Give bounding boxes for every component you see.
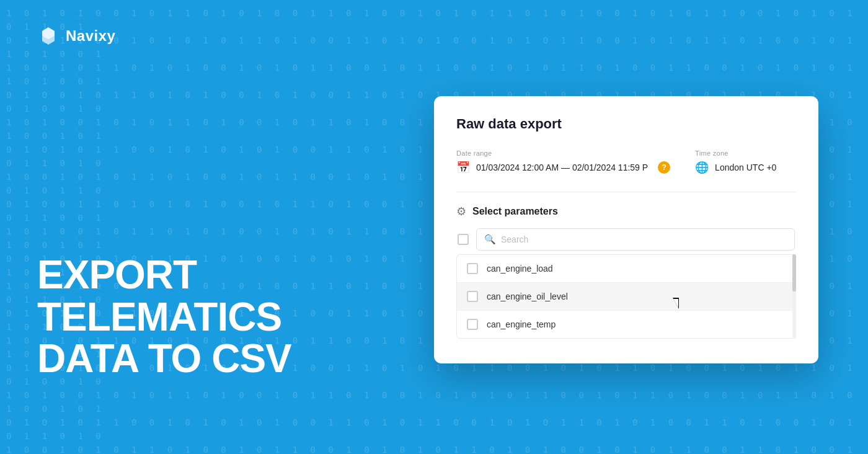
modal-title: Raw data export bbox=[456, 116, 796, 132]
left-panel: Navixy EXPORT TELEMATICS DATA TO CSV bbox=[0, 0, 409, 454]
divider bbox=[456, 192, 796, 192]
main-background: 1 0 1 0 1 0 0 1 0 1 1 0 1 0 1 0 0 1 1 0 … bbox=[0, 0, 868, 454]
search-box[interactable]: 🔍 Search bbox=[476, 228, 795, 251]
param-checkbox-1[interactable] bbox=[467, 291, 478, 302]
headline: EXPORT TELEMATICS DATA TO CSV bbox=[37, 254, 372, 380]
date-range-value: 01/03/2024 12:00 AM — 02/01/2024 11:59 P bbox=[476, 162, 648, 172]
help-icon[interactable]: ? bbox=[658, 161, 670, 174]
calendar-icon: 📅 bbox=[456, 161, 470, 174]
headline-line3: DATA TO CSV bbox=[37, 338, 372, 380]
headline-line1: EXPORT bbox=[37, 254, 372, 296]
timezone-value-row: 🌐 London UTC +0 bbox=[695, 161, 776, 174]
date-range-group: Date range 📅 01/03/2024 12:00 AM — 02/01… bbox=[456, 149, 670, 174]
param-item-0[interactable]: can_engine_load bbox=[457, 255, 795, 283]
timezone-label: Time zone bbox=[695, 149, 776, 157]
gear-icon: ⚙ bbox=[456, 205, 466, 218]
date-range-value-row: 📅 01/03/2024 12:00 AM — 02/01/2024 11:59… bbox=[456, 161, 670, 174]
logo-text: Navixy bbox=[66, 27, 115, 45]
search-placeholder: Search bbox=[501, 234, 528, 244]
param-name-2: can_engine_temp bbox=[487, 319, 556, 329]
search-row: 🔍 Search bbox=[456, 228, 796, 251]
param-name-1: can_engine_oil_level bbox=[487, 292, 568, 301]
modal-card: Raw data export Date range 📅 01/03/2024 … bbox=[434, 96, 818, 363]
select-params-header: ⚙ Select parameters bbox=[456, 205, 796, 218]
param-item-2[interactable]: can_engine_temp bbox=[457, 311, 795, 338]
search-icon: 🔍 bbox=[484, 234, 496, 245]
date-timezone-row: Date range 📅 01/03/2024 12:00 AM — 02/01… bbox=[456, 149, 796, 174]
scrollbar-track bbox=[792, 254, 796, 339]
params-list-wrapper: can_engine_load can_engine_oil_level can… bbox=[456, 254, 796, 339]
headline-line2: TELEMATICS bbox=[37, 296, 372, 338]
timezone-value: London UTC +0 bbox=[715, 162, 776, 172]
logo: Navixy bbox=[37, 25, 372, 47]
param-item-1[interactable]: can_engine_oil_level bbox=[457, 283, 795, 311]
select-params-label: Select parameters bbox=[472, 206, 558, 217]
globe-icon: 🌐 bbox=[695, 161, 709, 174]
select-all-checkbox[interactable] bbox=[458, 234, 469, 245]
param-checkbox-0[interactable] bbox=[467, 263, 478, 274]
param-name-0: can_engine_load bbox=[487, 264, 553, 274]
timezone-group: Time zone 🌐 London UTC +0 bbox=[695, 149, 776, 174]
date-range-label: Date range bbox=[456, 149, 670, 157]
params-list: can_engine_load can_engine_oil_level can… bbox=[456, 254, 796, 339]
navixy-logo-icon bbox=[37, 25, 60, 47]
param-checkbox-2[interactable] bbox=[467, 319, 478, 330]
scrollbar-thumb[interactable] bbox=[792, 254, 796, 292]
